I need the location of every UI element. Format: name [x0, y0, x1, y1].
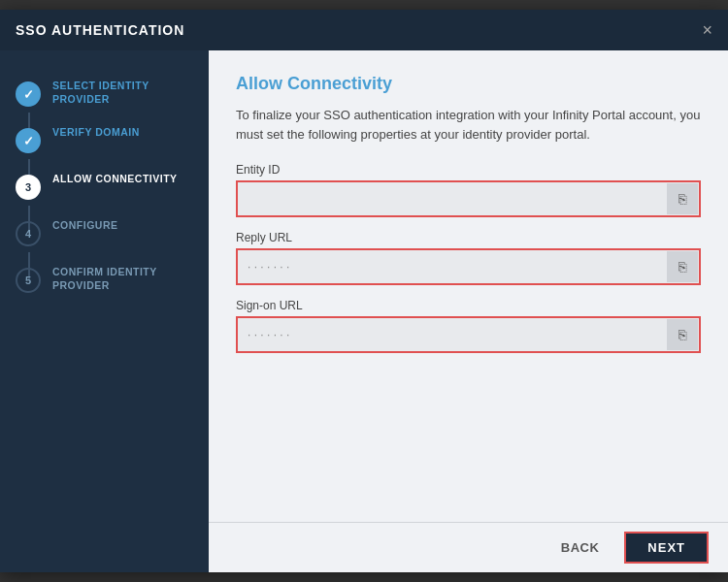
step-number-4: 4 [25, 228, 31, 240]
sidebar: ✓ SELECT IDENTITYPROVIDER ✓ VERIFY DOMAI… [0, 50, 209, 572]
entity-id-label: Entity ID [236, 163, 701, 177]
signon-url-copy-button[interactable]: ⎘ [667, 319, 698, 350]
signon-url-label: Sign-on URL [236, 299, 701, 312]
step-circle-5: 5 [16, 268, 41, 293]
sidebar-item-confirm-identity-provider: 5 CONFIRM IDENTITYPROVIDER [0, 256, 209, 303]
modal-title: SSO AUTHENTICATION [16, 22, 184, 38]
sidebar-item-configure: 4 CONFIGURE [0, 210, 209, 256]
reply-url-label: Reply URL [236, 231, 701, 244]
main-content: Allow Connectivity To finalize your SSO … [209, 50, 728, 572]
copy-icon-3: ⎘ [678, 327, 686, 342]
content-area: Allow Connectivity To finalize your SSO … [209, 50, 728, 522]
step-label-4: CONFIGURE [52, 219, 118, 233]
step-circle-2: ✓ [16, 128, 41, 153]
step-circle-3: 3 [16, 175, 41, 200]
content-description: To finalize your SSO authentication inte… [236, 106, 701, 144]
close-button[interactable]: × [702, 21, 712, 39]
checkmark-icon-1: ✓ [23, 87, 34, 102]
copy-icon-1: ⎘ [678, 191, 686, 207]
entity-id-copy-button[interactable]: ⎘ [667, 183, 698, 214]
back-button[interactable]: BACK [547, 534, 613, 561]
reply-url-wrapper: ⎘ [236, 248, 701, 285]
signon-url-group: Sign-on URL ⎘ [236, 299, 701, 353]
copy-icon-2: ⎘ [678, 259, 686, 275]
step-label-5: CONFIRM IDENTITYPROVIDER [52, 266, 157, 292]
step-number-3: 3 [25, 181, 31, 193]
step-label-3: ALLOW CONNECTIVITY [52, 173, 178, 186]
signon-url-wrapper: ⎘ [236, 316, 701, 353]
signon-url-input[interactable] [238, 318, 666, 351]
reply-url-group: Reply URL ⎘ [236, 231, 701, 285]
reply-url-copy-button[interactable]: ⎘ [667, 251, 698, 282]
sidebar-item-allow-connectivity: 3 ALLOW CONNECTIVITY [0, 163, 209, 210]
sso-modal: SSO AUTHENTICATION × ✓ SELECT IDENTITYPR… [0, 10, 728, 572]
step-label-2: VERIFY DOMAIN [52, 126, 140, 140]
modal-footer: BACK NEXT [209, 522, 728, 572]
step-circle-4: 4 [16, 221, 41, 246]
content-title: Allow Connectivity [236, 74, 701, 94]
sidebar-item-select-identity-provider: ✓ SELECT IDENTITYPROVIDER [0, 70, 209, 116]
step-number-5: 5 [25, 275, 31, 286]
entity-id-wrapper: ⎘ [236, 180, 701, 217]
reply-url-input[interactable] [238, 250, 666, 283]
next-button[interactable]: NEXT [624, 532, 709, 564]
step-label-1: SELECT IDENTITYPROVIDER [52, 80, 149, 106]
sidebar-item-verify-domain: ✓ VERIFY DOMAIN [0, 116, 209, 163]
step-circle-1: ✓ [16, 81, 41, 107]
entity-id-group: Entity ID ⎘ [236, 163, 701, 217]
modal-body: ✓ SELECT IDENTITYPROVIDER ✓ VERIFY DOMAI… [0, 50, 728, 572]
checkmark-icon-2: ✓ [23, 134, 34, 148]
modal-header: SSO AUTHENTICATION × [0, 10, 728, 50]
entity-id-input[interactable] [238, 182, 666, 215]
